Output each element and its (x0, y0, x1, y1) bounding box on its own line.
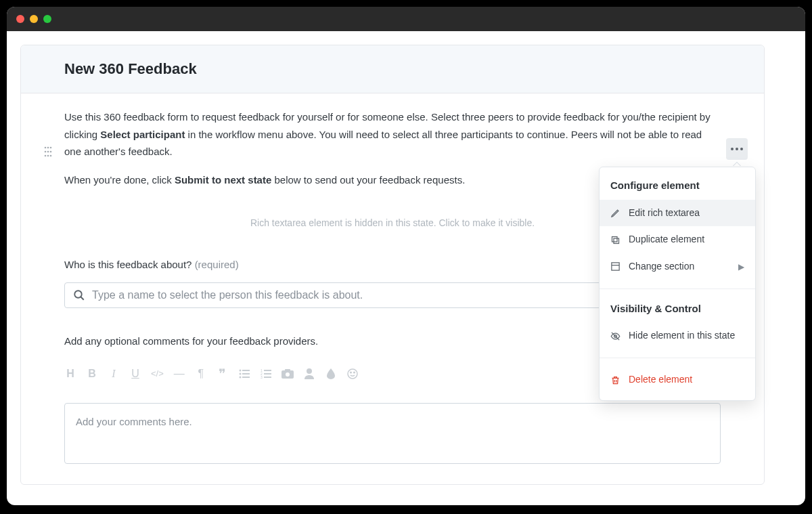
toolbar-person-button[interactable] (303, 368, 315, 379)
menu-duplicate-element[interactable]: Duplicate element (600, 226, 755, 253)
intro-text: When you're done, click (64, 174, 175, 186)
window-minimize-dot[interactable] (30, 15, 38, 23)
svg-point-9 (74, 291, 82, 299)
svg-rect-16 (242, 377, 250, 378)
svg-rect-18 (264, 370, 271, 371)
toolbar-emoji-button[interactable] (346, 368, 359, 379)
duplicate-icon (610, 235, 621, 245)
toolbar-bold-button[interactable]: B (86, 364, 98, 383)
menu-separator (600, 358, 755, 358)
svg-point-0 (45, 147, 47, 149)
menu-change-section[interactable]: Change section ▶ (600, 253, 755, 280)
app-window: New 360 Feedback Use this 360 feedback f… (7, 7, 805, 505)
menu-item-label: Change section (629, 259, 694, 275)
toolbar-quote-button[interactable]: ❞ (217, 362, 229, 385)
svg-point-31 (736, 148, 738, 150)
svg-text:3: 3 (261, 375, 263, 379)
svg-point-32 (740, 148, 743, 150)
svg-point-15 (239, 376, 241, 378)
content-area: New 360 Feedback Use this 360 feedback f… (7, 45, 805, 505)
toolbar-paragraph-button[interactable]: ¶ (195, 364, 207, 383)
toolbar-ul-button[interactable] (238, 369, 250, 379)
svg-point-30 (731, 148, 734, 150)
svg-point-1 (47, 147, 49, 149)
toolbar-hr-button[interactable]: — (173, 364, 185, 383)
card-header: New 360 Feedback (21, 45, 764, 93)
window-close-dot[interactable] (16, 15, 24, 23)
svg-point-24 (286, 372, 290, 377)
svg-point-8 (50, 155, 52, 157)
intro-bold: Select participant (100, 129, 185, 140)
svg-rect-34 (612, 236, 618, 242)
svg-rect-12 (242, 370, 250, 371)
svg-point-5 (50, 151, 52, 153)
toolbar-droplet-button[interactable] (325, 368, 337, 379)
svg-rect-25 (285, 369, 290, 371)
dots-horizontal-icon (731, 148, 743, 150)
feedback-card: New 360 Feedback Use this 360 feedback f… (20, 45, 765, 485)
window-titlebar (7, 7, 805, 31)
toolbar-ol-button[interactable]: 123 (260, 369, 272, 379)
page-title: New 360 Feedback (64, 60, 721, 78)
element-more-button[interactable] (726, 138, 748, 160)
toolbar-italic-button[interactable]: I (108, 364, 120, 383)
section-icon (610, 261, 621, 272)
menu-item-label: Delete element (629, 372, 692, 388)
svg-point-2 (50, 147, 52, 149)
toolbar-heading-button[interactable]: H (64, 364, 76, 383)
svg-rect-35 (612, 263, 619, 270)
popover-section-visibility-title: Visibility & Control (600, 297, 755, 323)
eye-off-icon (610, 331, 621, 341)
menu-separator (600, 288, 755, 289)
chevron-right-icon: ▶ (738, 260, 744, 274)
element-context-menu: Configure element Edit rich textarea Dup… (599, 167, 756, 401)
trash-icon (610, 375, 621, 385)
intro-para-1: Use this 360 feedback form to request fe… (64, 108, 721, 160)
card-body: Use this 360 feedback form to request fe… (21, 93, 764, 484)
svg-rect-20 (264, 373, 271, 374)
menu-item-label: Duplicate element (629, 232, 704, 248)
svg-line-10 (81, 297, 84, 301)
window-zoom-dot[interactable] (43, 15, 51, 23)
svg-point-11 (239, 369, 241, 371)
menu-delete-element[interactable]: Delete element (600, 366, 755, 393)
label-text: Who is this feedback about? (64, 259, 191, 270)
required-label: (required) (195, 259, 239, 270)
menu-item-label: Hide element in this state (629, 328, 735, 344)
svg-point-13 (239, 372, 241, 374)
comments-textarea[interactable]: Add your comments here. (64, 403, 721, 464)
drag-handle-icon[interactable] (44, 145, 52, 163)
search-icon (73, 289, 85, 301)
svg-point-4 (47, 151, 49, 153)
pencil-icon (610, 208, 621, 218)
menu-hide-element[interactable]: Hide element in this state (600, 322, 755, 349)
svg-point-6 (45, 155, 47, 157)
svg-point-29 (353, 372, 355, 373)
intro-text: below to send out your feedback requests… (271, 174, 465, 186)
toolbar-underline-button[interactable]: U (129, 364, 141, 383)
svg-point-28 (350, 372, 351, 373)
toolbar-camera-button[interactable] (281, 369, 294, 379)
svg-point-27 (348, 369, 357, 379)
svg-point-7 (47, 155, 49, 157)
toolbar-code-button[interactable]: </> (151, 366, 164, 381)
popover-section-config-title: Configure element (600, 174, 755, 200)
svg-rect-22 (264, 377, 271, 378)
menu-edit-rich-textarea[interactable]: Edit rich textarea (600, 200, 755, 227)
menu-item-label: Edit rich textarea (629, 205, 700, 221)
svg-point-26 (307, 368, 312, 374)
svg-point-3 (45, 151, 47, 153)
svg-rect-14 (242, 373, 250, 374)
intro-bold: Submit to next state (175, 174, 271, 186)
svg-rect-33 (614, 238, 619, 244)
